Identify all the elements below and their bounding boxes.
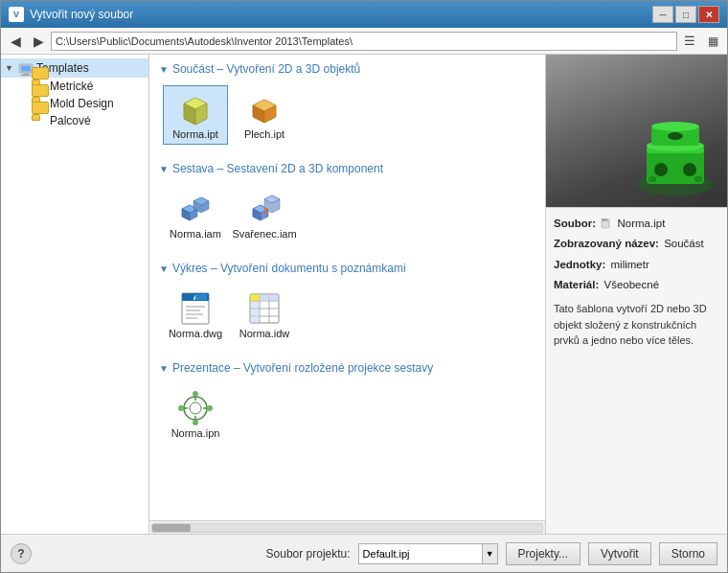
jednotky-value: milimetr <box>611 259 649 270</box>
norma-ipn-icon <box>176 389 215 427</box>
section-title-sestava: Sestava – Sestavení 2D a 3D komponent <box>172 162 383 175</box>
section-header-sestava[interactable]: ▼ Sestava – Sestavení 2D a 3D komponent <box>153 158 541 179</box>
address-bar[interactable]: C:\Users\Public\Documents\Autodesk\Inven… <box>51 32 677 51</box>
tree-toggle-templates: ▼ <box>5 63 18 73</box>
template-sections: ▼ Součást – Vytvoření 2D a 3D objektů <box>149 55 545 520</box>
section-header-vykres[interactable]: ▼ Výkres – Vytvoření dokumentu s poznámk… <box>153 258 541 279</box>
section-title-vykres: Výkres – Vytvoření dokumentu s poznámkam… <box>172 262 406 275</box>
norma-iam-label: Norma.iam <box>170 228 221 240</box>
file-item-norma-dwg[interactable]: DWG Norma.dwg <box>163 285 228 344</box>
projekt-input[interactable] <box>358 543 483 564</box>
info-row-jednotky: Jednotky: milimetr <box>554 257 719 273</box>
svg-point-46 <box>190 402 201 414</box>
jednotky-label: Jednotky: <box>554 259 605 270</box>
section-items-sestava: Norma.iam <box>153 179 541 250</box>
plech-ipt-icon <box>245 90 284 128</box>
title-bar: V Vytvořit nový soubor ─ □ ✕ <box>1 1 727 28</box>
svg-rect-67 <box>602 218 607 221</box>
maximize-button[interactable]: □ <box>675 6 696 23</box>
svarenec-iam-label: Svařenec.iam <box>232 228 296 240</box>
section-header-prezentace[interactable]: ▼ Prezentace – Vytvoření rozložené proje… <box>153 357 541 378</box>
svg-rect-42 <box>250 301 260 309</box>
window-icon: V <box>9 7 24 22</box>
minimize-button[interactable]: ─ <box>652 6 673 23</box>
norma-idw-icon <box>245 289 284 328</box>
svg-point-62 <box>683 163 696 176</box>
svg-rect-31 <box>184 294 193 300</box>
section-toggle-soucast: ▼ <box>159 64 169 75</box>
svg-point-54 <box>207 405 213 411</box>
info-details: Soubor: Norma.ipt Zobrazovaný název: Sou… <box>546 208 727 534</box>
section-title-prezentace: Prezentace – Vytvoření rozložené projekc… <box>172 361 433 375</box>
address-text: C:\Users\Public\Documents\Autodesk\Inven… <box>56 35 353 47</box>
section-items-vykres: DWG Norma.dwg <box>153 279 541 350</box>
info-row-material: Materiál: Všeobecné <box>554 277 719 293</box>
svg-rect-65 <box>694 176 702 182</box>
main-panel: ▼ Součást – Vytvoření 2D a 3D objektů <box>149 55 545 534</box>
main-window: V Vytvořit nový soubor ─ □ ✕ ◀ ▶ C:\User… <box>0 0 728 573</box>
tree-label-mold: Mold Design <box>50 97 114 110</box>
norma-ipt-label: Norma.ipt <box>172 128 218 140</box>
section-title-soucast: Součást – Vytvoření 2D a 3D objektů <box>172 62 360 76</box>
window-title: Vytvořit nový soubor <box>30 8 652 21</box>
horizontal-scrollbar[interactable] <box>149 520 545 534</box>
projekt-input-group: ▼ <box>358 543 498 564</box>
storno-button[interactable]: Storno <box>659 542 717 565</box>
file-item-norma-iam[interactable]: Norma.iam <box>163 185 228 244</box>
file-tree: ▼ Templates Metrické <box>1 55 149 534</box>
svg-rect-64 <box>648 176 656 182</box>
norma-ipt-icon <box>176 90 215 128</box>
tree-label-palcove: Palcové <box>50 114 91 127</box>
back-button[interactable]: ◀ <box>5 31 26 52</box>
view-menu-button[interactable]: ☰ <box>679 31 700 52</box>
close-button[interactable]: ✕ <box>698 6 719 23</box>
section-sestava: ▼ Sestava – Sestavení 2D a 3D komponent <box>153 158 541 250</box>
soubor-label: Soubor: <box>554 218 596 229</box>
svg-rect-32 <box>195 294 207 300</box>
section-vykres: ▼ Výkres – Vytvoření dokumentu s poznámk… <box>153 258 541 350</box>
forward-button[interactable]: ▶ <box>28 31 49 52</box>
info-panel: Soubor: Norma.ipt Zobrazovaný název: Sou… <box>545 55 727 534</box>
preview-3d-model <box>627 117 723 203</box>
help-button[interactable]: ? <box>11 543 32 564</box>
file-small-icon <box>601 218 612 230</box>
material-value: Všeobecné <box>604 279 660 290</box>
content-area: ▼ Templates Metrické <box>1 55 727 534</box>
section-items-prezentace: Norma.ipn <box>153 378 541 449</box>
info-description: Tato šablona vytvoří 2D nebo 3D objekt s… <box>554 301 719 349</box>
section-prezentace: ▼ Prezentace – Vytvoření rozložené proje… <box>153 357 541 449</box>
layout-button[interactable]: ▦ <box>702 31 723 52</box>
section-toggle-sestava: ▼ <box>159 164 169 174</box>
norma-dwg-label: Norma.dwg <box>169 328 222 339</box>
bottom-bar: ? Soubor projektu: ▼ Projekty... Vytvoři… <box>1 534 727 572</box>
soubor-projektu-label: Soubor projektu: <box>266 547 351 561</box>
svg-rect-2 <box>23 74 29 76</box>
svg-point-53 <box>178 405 184 411</box>
material-label: Materiál: <box>554 279 599 290</box>
vytvorit-button[interactable]: Vytvořit <box>588 542 651 565</box>
preview-area <box>546 55 727 208</box>
svarenec-iam-icon <box>245 190 284 228</box>
file-item-svarenec-iam[interactable]: Svařenec.iam <box>232 185 297 244</box>
svg-rect-44 <box>250 316 260 323</box>
tree-label-metricke: Metrické <box>50 80 93 93</box>
tree-children: Metrické Mold Design Palcové <box>14 78 148 129</box>
info-row-soubor: Soubor: Norma.ipt <box>554 216 719 232</box>
svg-rect-39 <box>250 294 260 301</box>
norma-ipn-label: Norma.ipn <box>171 427 220 439</box>
svg-rect-41 <box>269 294 279 301</box>
section-items-soucast: Norma.ipt Plech.ipt <box>153 80 541 150</box>
section-header-soucast[interactable]: ▼ Součást – Vytvoření 2D a 3D objektů <box>153 58 541 80</box>
soubor-value: Norma.ipt <box>617 218 665 229</box>
title-buttons: ─ □ ✕ <box>652 6 719 23</box>
tree-item-templates[interactable]: ▼ Templates <box>1 58 148 78</box>
file-item-norma-ipn[interactable]: Norma.ipn <box>163 384 228 444</box>
file-item-plech-ipt[interactable]: Plech.ipt <box>232 85 297 145</box>
file-item-norma-ipt[interactable]: Norma.ipt <box>163 85 228 145</box>
svg-rect-3 <box>21 75 31 76</box>
tree-item-palcove[interactable]: Palcové <box>14 112 148 129</box>
projekty-button[interactable]: Projekty... <box>506 542 580 565</box>
svg-rect-40 <box>260 294 269 301</box>
file-item-norma-idw[interactable]: Norma.idw <box>232 285 297 344</box>
projekt-dropdown-button[interactable]: ▼ <box>483 543 498 564</box>
